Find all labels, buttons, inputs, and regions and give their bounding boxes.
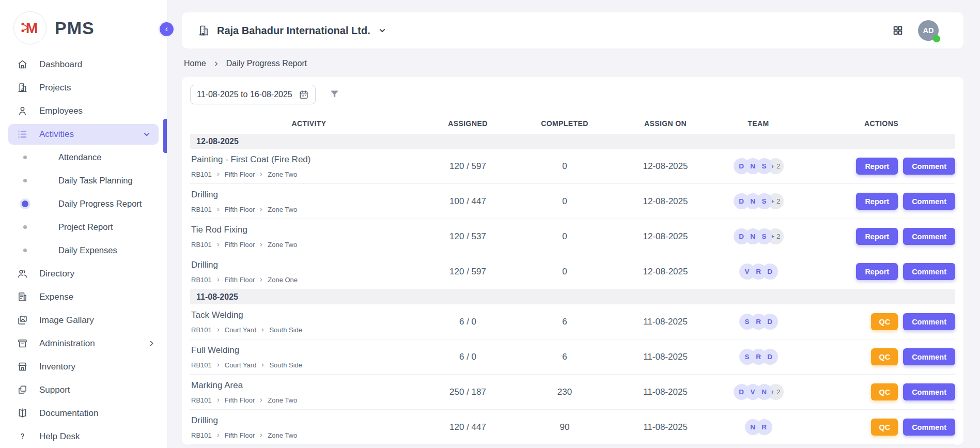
path-segment: South Side (269, 326, 302, 334)
filter-funnel-icon[interactable] (329, 89, 340, 100)
sidebar-subitem-daily-expenses[interactable]: Daily Expenses (0, 239, 167, 262)
path-chevron-icon (216, 242, 221, 247)
actions-cell: ReportComment (807, 193, 955, 210)
sidebar-subitem-attendance[interactable]: Attendance (0, 146, 167, 169)
sidebar-item-help-desk[interactable]: Help Desk (0, 425, 167, 448)
comment-button[interactable]: Comment (903, 383, 955, 400)
comment-button[interactable]: Comment (903, 158, 955, 175)
path-chevron-icon (259, 433, 263, 438)
sidebar-item-dashboard[interactable]: Dashboard (0, 53, 167, 76)
qc-button[interactable]: QC (871, 419, 898, 436)
app-header: Raja Bahadur International Ltd. AD (182, 12, 963, 49)
sidebar-item-label: Image Gallary (39, 315, 94, 326)
qc-button[interactable]: QC (871, 313, 898, 330)
assigned-value: 120 / 597 (428, 161, 508, 172)
bullet-dot-icon (21, 200, 29, 207)
company-name: Raja Bahadur International Ltd. (217, 25, 370, 37)
help-icon (17, 431, 28, 442)
path-segment: RB101 (191, 326, 212, 334)
column-header-activity: ACTIVITY (190, 119, 428, 128)
sidebar-item-label: Support (39, 385, 70, 395)
completed-value: 0 (508, 196, 621, 207)
receipt-icon (17, 291, 28, 302)
sidebar-item-support[interactable]: Support (0, 378, 167, 401)
qc-button[interactable]: QC (871, 383, 898, 400)
sidebar-subitem-label: Attendance (58, 152, 101, 162)
comment-button[interactable]: Comment (903, 313, 955, 330)
sidebar-item-activities[interactable]: Activities (8, 124, 159, 145)
comment-button[interactable]: Comment (903, 348, 955, 365)
breadcrumb-current: Daily Progress Report (226, 59, 307, 68)
assigned-value: 120 / 597 (428, 267, 508, 277)
copy-icon (17, 384, 28, 395)
activity-cell: Full WeldingRB101Court YardSouth Side (190, 345, 428, 369)
assign-on-value: 11-08-2025 (621, 317, 709, 327)
sidebar-item-label: Expense (39, 292, 73, 302)
user-avatar[interactable]: AD (918, 20, 939, 41)
table-row: Tie Rod FixingRB101Fifth FloorZone Two12… (190, 219, 955, 254)
report-button[interactable]: Report (856, 228, 898, 245)
svg-text:M: M (26, 20, 38, 36)
path-segment: Zone Two (268, 241, 297, 249)
comment-button[interactable]: Comment (903, 419, 955, 436)
sidebar-item-expense[interactable]: Expense (0, 285, 167, 308)
path-segment: Fifth Floor (225, 241, 255, 249)
completed-value: 0 (508, 231, 621, 242)
sidebar-item-administration[interactable]: Administration (0, 332, 167, 355)
activity-title: Full Welding (191, 345, 428, 356)
path-chevron-icon (259, 277, 263, 282)
company-selector[interactable]: Raja Bahadur International Ltd. (197, 24, 387, 37)
sidebar-subitem-project-report[interactable]: Project Report (0, 215, 167, 239)
sidebar-subitem-daily-task-planning[interactable]: Daily Task Planning (0, 169, 167, 192)
report-button[interactable]: Report (856, 263, 898, 280)
comment-button[interactable]: Comment (903, 263, 955, 280)
header-actions: AD (892, 20, 939, 41)
team-avatars: NR (709, 419, 807, 435)
activity-path: RB101Fifth FloorZone Two (191, 241, 428, 249)
breadcrumb-chevron-icon (213, 60, 220, 67)
activity-path: RB101Fifth FloorZone Two (191, 396, 428, 404)
activity-cell: Painting - First Coat (Fire Red)RB101Fif… (190, 155, 428, 178)
team-member-avatar: N (745, 419, 761, 435)
breadcrumb-home[interactable]: Home (184, 59, 206, 68)
date-group-header: 12-08-2025 (190, 134, 955, 149)
path-segment: Fifth Floor (225, 206, 255, 213)
sidebar-collapse-button[interactable]: ‹ (160, 22, 174, 36)
assigned-value: 6 / 0 (428, 352, 508, 362)
completed-value: 6 (508, 317, 621, 327)
apps-grid-icon[interactable] (892, 25, 904, 36)
date-range-input[interactable]: 11-08-2025 to 16-08-2025 (190, 85, 316, 104)
comment-button[interactable]: Comment (903, 228, 955, 245)
path-chevron-icon (260, 363, 265, 367)
main-area: Raja Bahadur International Ltd. AD Home … (167, 0, 980, 445)
bullet-dot-icon (21, 249, 29, 252)
team-avatars: VRD (709, 264, 807, 280)
path-segment: RB101 (191, 206, 212, 213)
path-segment: RB101 (191, 396, 212, 404)
sidebar-item-image-gallary[interactable]: Image Gallary (0, 308, 167, 332)
assign-on-value: 11-08-2025 (621, 352, 709, 362)
sidebar-item-directory[interactable]: Directory (0, 262, 167, 285)
activity-title: Marking Area (191, 380, 428, 391)
qc-button[interactable]: QC (871, 348, 898, 365)
activity-cell: Tie Rod FixingRB101Fifth FloorZone Two (190, 225, 428, 249)
report-button[interactable]: Report (856, 193, 898, 210)
breadcrumb: Home Daily Progress Report (184, 59, 963, 68)
app-name: PMS (55, 18, 95, 38)
sidebar-item-projects[interactable]: Projects (0, 76, 167, 99)
sidebar-subitem-daily-progress-report[interactable]: Daily Progress Report (0, 192, 167, 215)
comment-button[interactable]: Comment (903, 193, 955, 210)
sidebar-item-documentation[interactable]: Documentation (0, 401, 167, 425)
path-segment: Fifth Floor (225, 276, 255, 284)
team-avatars: SRD (709, 349, 807, 365)
report-button[interactable]: Report (856, 158, 898, 175)
team-member-avatar: D (734, 384, 750, 400)
path-segment: Zone Two (268, 396, 297, 404)
path-chevron-icon (259, 242, 263, 247)
book-icon (17, 408, 28, 419)
sidebar-item-inventory[interactable]: Inventory (0, 355, 167, 378)
team-avatars: DNS+ 2 (709, 193, 807, 209)
users-icon (17, 268, 28, 279)
sidebar-item-employees[interactable]: Employees (0, 99, 167, 122)
path-chevron-icon (216, 172, 221, 177)
